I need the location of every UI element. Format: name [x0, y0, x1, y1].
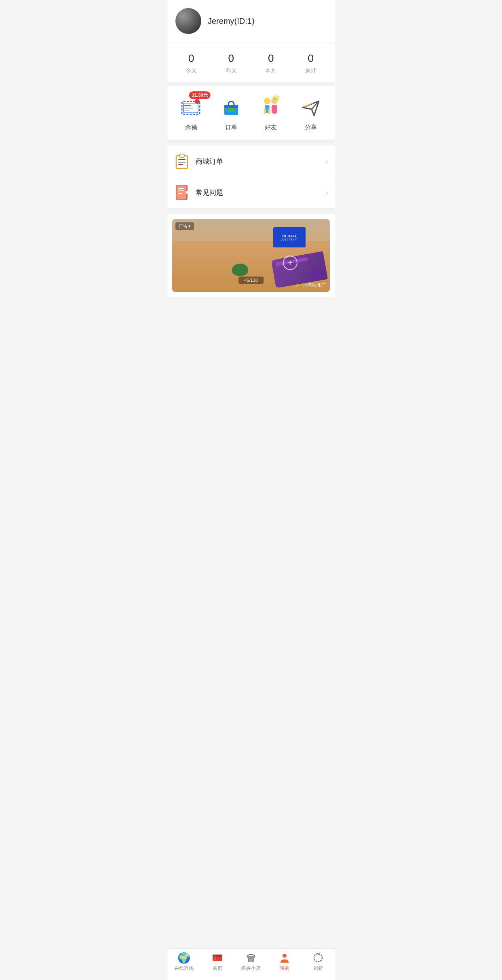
divider-1 [167, 82, 335, 86]
stat-month-value: 0 [268, 52, 274, 65]
stat-month: 0 本月 [265, 52, 276, 74]
book-icon [174, 184, 190, 201]
action-wallet[interactable]: 11.30元 余额 [179, 95, 203, 131]
stat-total: 0 累计 [305, 52, 316, 74]
svg-rect-8 [224, 105, 238, 108]
nav-label-home: 首页 [213, 965, 222, 972]
svg-point-27 [186, 191, 188, 194]
action-wallet-label: 余额 [185, 124, 197, 131]
wallet-badge: 11.30元 [189, 91, 211, 99]
nav-item-online-chicken[interactable]: 🌍 在线养鸡 [167, 952, 201, 972]
menu-item-mall-orders[interactable]: 商城订单 › [167, 146, 335, 177]
svg-rect-25 [176, 185, 187, 200]
action-friends-label: 好友 [265, 124, 277, 131]
bottom-nav: 🌍 在线养鸡 首页 振兴小店 [167, 948, 335, 980]
stat-today-value: 0 [188, 52, 194, 65]
mine-icon [279, 952, 290, 963]
svg-rect-2 [184, 105, 191, 106]
nav-label-online-chicken: 在线养鸡 [174, 965, 194, 972]
menu-item-faq[interactable]: 常见问题 › [167, 177, 335, 208]
svg-text:hi: hi [274, 97, 276, 99]
svg-rect-21 [179, 154, 184, 157]
ad-section: ICEBALL JUST TRY IT 46/138 广告 ▾ ꩜ 小游戏推广 [167, 214, 335, 297]
wallet-icon-wrap: 11.30元 [179, 95, 203, 120]
svg-rect-4 [184, 110, 190, 111]
shop-bag-icon [221, 97, 241, 118]
svg-point-9 [264, 98, 270, 104]
nav-item-refresh[interactable]: 刷新 [301, 952, 335, 972]
svg-rect-3 [184, 108, 193, 109]
username: Jeremy(ID:1) [208, 17, 255, 26]
home-icon [212, 952, 223, 963]
avatar [175, 8, 201, 34]
menu-mall-orders-text: 商城订单 [196, 157, 320, 166]
game-title: ICEBALL [282, 234, 297, 238]
main-content: Jeremy(ID:1) 0 今天 0 昨天 0 本月 0 累计 11.30元 [167, 0, 335, 333]
actions-section: 11.30元 余额 [167, 86, 335, 139]
orders-icon-wrap [219, 95, 243, 120]
svg-line-19 [304, 103, 312, 107]
stat-total-value: 0 [308, 52, 314, 65]
stat-yesterday-value: 0 [228, 52, 234, 65]
action-share-label: 分享 [305, 124, 317, 131]
stats-section: 0 今天 0 昨天 0 本月 0 累计 [167, 42, 335, 82]
svg-rect-11 [264, 108, 266, 114]
game-helmet [232, 264, 248, 276]
clipboard-icon [174, 153, 190, 169]
nav-label-refresh: 刷新 [313, 965, 323, 972]
nav-item-home[interactable]: 首页 [201, 952, 234, 972]
menu-arrow-faq: › [326, 188, 328, 197]
avatar-image [175, 8, 201, 34]
stat-today: 0 今天 [186, 52, 197, 74]
stat-total-label: 累计 [305, 67, 316, 74]
action-share[interactable]: 分享 [299, 95, 323, 131]
divider-2 [167, 139, 335, 143]
divider-3 [167, 208, 335, 211]
ad-label: 广告 ▾ [175, 222, 194, 230]
stat-yesterday-label: 昨天 [226, 67, 237, 74]
game-tv: ICEBALL JUST TRY IT [273, 227, 306, 247]
stat-yesterday: 0 昨天 [226, 52, 237, 74]
menu-section: 商城订单 › 常见问题 › [167, 146, 335, 208]
menu-arrow-mall: › [326, 157, 328, 166]
nav-label-zhenxing-shop: 振兴小店 [241, 965, 261, 972]
friends-icon-wrap: hi [259, 95, 283, 120]
stat-month-label: 本月 [265, 67, 276, 74]
nav-item-zhenxing-shop[interactable]: 振兴小店 [234, 952, 268, 972]
svg-rect-32 [213, 955, 222, 957]
nav-item-mine[interactable]: 我的 [268, 952, 301, 972]
refresh-icon [312, 952, 324, 963]
share-icon [300, 97, 321, 118]
action-orders[interactable]: 订单 [219, 95, 243, 131]
friends-icon: hi [260, 95, 282, 120]
svg-point-37 [283, 954, 287, 958]
game-promo-text: 小游戏推广 [302, 282, 326, 289]
stat-today-label: 今天 [186, 67, 197, 74]
menu-faq-text: 常见问题 [196, 188, 320, 197]
gun-ammo: 46/138 [238, 277, 264, 284]
wallet-icon [180, 97, 202, 118]
zhenxing-shop-icon [245, 952, 257, 963]
svg-rect-14 [272, 105, 277, 114]
game-subtitle: JUST TRY IT [281, 238, 297, 241]
ad-banner[interactable]: ICEBALL JUST TRY IT 46/138 广告 ▾ ꩜ 小游戏推广 [172, 219, 330, 292]
share-icon-wrap [299, 95, 323, 120]
svg-point-5 [195, 99, 200, 104]
svg-rect-35 [249, 959, 253, 962]
online-chicken-icon: 🌍 [178, 952, 190, 963]
action-friends[interactable]: hi 好友 [259, 95, 283, 131]
game-crosshair [283, 256, 297, 270]
svg-rect-36 [247, 956, 255, 958]
ad-game-promo: ꩜ 小游戏推广 [294, 282, 326, 289]
action-orders-label: 订单 [225, 124, 237, 131]
profile-section: Jeremy(ID:1) [167, 0, 335, 42]
svg-rect-12 [268, 108, 270, 114]
nav-label-mine: 我的 [280, 965, 289, 972]
